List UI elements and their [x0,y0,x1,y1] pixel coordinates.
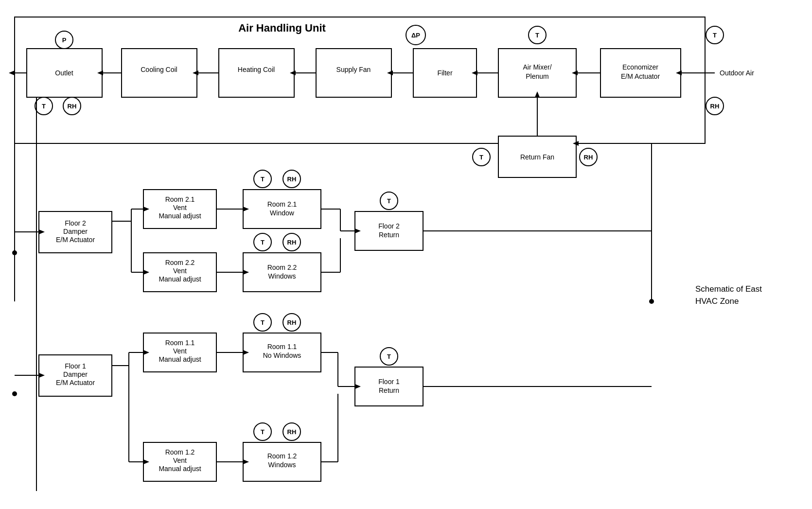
outdoor-air-label: Outdoor Air [720,69,754,77]
hvac-schematic: Air Handling Unit Outlet Cooling Coil He… [0,0,812,509]
sensor-T-room21-label: T [261,176,265,183]
schematic-label-line1: Schematic of East [695,284,762,294]
floor2-damper-label2: Damper [63,228,88,235]
floor1-damper-label2: Damper [63,370,88,378]
floor1-damper-label3: E/M Actuator [56,379,95,386]
room12-vent-label2: Vent [173,456,187,464]
svg-marker-15 [9,70,15,75]
floor2-damper-label3: E/M Actuator [56,236,95,244]
room21-vent-label2: Vent [173,204,187,211]
room22-window-label2: Windows [268,272,296,280]
sensor-RH-outlet-label: RH [68,103,77,110]
outlet-label: Outlet [55,69,73,77]
sensor-T-room22-label: T [261,239,265,246]
room11-vent-label1: Room 1.1 [165,339,195,347]
room21-vent-label1: Room 2.1 [165,195,195,203]
sensor-T-room12-label: T [261,428,265,436]
floor2-return-label1: Floor 2 [378,222,400,230]
schematic-label-line2: HVAC Zone [695,297,739,306]
floor2-damper-label1: Floor 2 [65,219,86,227]
ahu-title: Air Handling Unit [238,22,326,34]
supply-fan-label: Supply Fan [336,66,371,73]
room11-vent-label2: Vent [173,347,187,355]
sensor-RH-room11-label: RH [287,319,297,326]
sensor-T-outlet-label: T [42,103,46,110]
sensor-T-room11-label: T [261,319,265,326]
room21-window-label2: Window [270,209,295,217]
sensor-P-outlet-label: P [62,36,67,44]
filter-label: Filter [437,69,452,77]
economizer-label1: Economizer [622,63,658,71]
sensor-T-floor2-return-label: T [387,197,391,205]
floor1-return-label2: Return [379,386,399,394]
sensor-RH-return-fan-label: RH [584,154,593,161]
svg-point-23 [12,391,17,396]
sensor-T-floor1-return-label: T [387,353,391,360]
air-mixer-label2: Plenum [526,72,548,80]
sensor-RH-outdoor-label: RH [710,103,720,110]
room22-window-label1: Room 2.2 [267,263,297,271]
cooling-coil-label: Cooling Coil [141,66,177,73]
sensor-RH-room12-label: RH [287,428,297,436]
room22-vent-label3: Manual adjust [159,275,201,283]
economizer-label2: E/M Actuator [621,72,660,80]
room11-vent-label3: Manual adjust [159,355,201,363]
floor1-damper-label1: Floor 1 [65,362,86,370]
room22-vent-label2: Vent [173,267,187,275]
room21-window-label1: Room 2.1 [267,200,297,208]
sensor-T-return-fan-label: T [479,154,483,161]
svg-point-22 [12,250,17,255]
sensor-T-outdoor-label: T [713,32,717,39]
sensor-RH-room22-label: RH [287,239,297,246]
sensor-RH-room21-label: RH [287,176,297,183]
room22-vent-label1: Room 2.2 [165,259,195,266]
floor1-return-label1: Floor 1 [378,378,400,386]
floor2-return-label2: Return [379,231,399,239]
sensor-deltaP-label: ΔP [411,32,420,39]
room11-nowindow-label2: No Windows [263,351,301,359]
room12-vent-label1: Room 1.2 [165,448,195,456]
heating-coil-label: Heating Coil [238,66,275,73]
room21-vent-label3: Manual adjust [159,212,201,220]
room11-nowindow-label1: Room 1.1 [267,343,297,351]
svg-point-69 [649,299,654,304]
room12-window-label2: Windows [268,461,296,469]
sensor-T-mixer-label: T [535,32,539,39]
room12-window-label1: Room 1.2 [267,452,297,460]
air-mixer-label1: Air Mixer/ [523,63,551,71]
room12-vent-label3: Manual adjust [159,465,201,473]
return-fan-label: Return Fan [520,153,554,161]
